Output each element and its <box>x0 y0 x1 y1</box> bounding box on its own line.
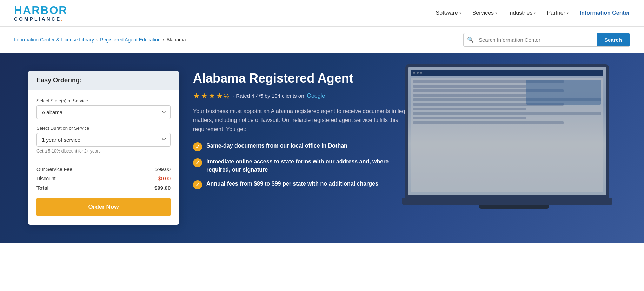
screen-row-8 <box>413 112 601 115</box>
state-select[interactable]: Alabama Alaska Arizona Arkansas Californ… <box>36 105 171 119</box>
order-card-body: Select State(s) of Service Alabama Alask… <box>28 90 179 225</box>
nav-partner[interactable]: Partner ▾ <box>547 10 568 16</box>
search-box: 🔍 Search <box>463 33 630 47</box>
search-icon: 🔍 <box>464 34 477 46</box>
chevron-down-icon: ▾ <box>567 11 569 15</box>
screen-dot <box>413 72 415 74</box>
discount-label: Discount <box>36 176 55 181</box>
laptop-stand <box>479 205 549 209</box>
rating-row: ★★★★½ - Rated 4.4/5 by 104 clients on Go… <box>193 91 411 101</box>
screen-row-2 <box>413 85 526 88</box>
discount-value: -$0.00 <box>157 176 171 181</box>
check-icon-3: ✓ <box>193 180 202 189</box>
logo-compliance: COMPLIANCE. <box>14 17 67 22</box>
check-icon-2: ✓ <box>193 158 202 167</box>
search-button[interactable]: Search <box>597 33 630 46</box>
chevron-down-icon: ▾ <box>534 11 536 15</box>
laptop-screen <box>405 64 609 198</box>
screen-header-bar <box>411 70 603 76</box>
fee-value: $99.00 <box>155 167 171 172</box>
chevron-down-icon: ▾ <box>459 11 461 15</box>
screen-content <box>411 78 603 192</box>
bullet-item-3: ✓ Annual fees from $89 to $99 per state … <box>193 180 411 189</box>
logo[interactable]: HARBOR COMPLIANCE. <box>14 4 67 22</box>
fee-label: Our Service Fee <box>36 167 72 172</box>
screen-block <box>526 80 601 105</box>
divider <box>36 160 171 160</box>
search-input[interactable] <box>477 34 597 46</box>
main-nav: Software ▾ Services ▾ Industries ▾ Partn… <box>436 10 630 16</box>
hero-title: Alabama Registered Agent <box>193 71 411 86</box>
total-label: Total <box>36 185 49 191</box>
nav-industries[interactable]: Industries ▾ <box>508 10 536 16</box>
bullet-text-2: Immediate online access to state forms w… <box>206 158 411 174</box>
bullet-text-3: Annual fees from $89 to $99 per state wi… <box>206 180 378 188</box>
screen-row-9 <box>413 117 526 119</box>
fee-row-service: Our Service Fee $99.00 <box>36 167 171 172</box>
nav-information-center[interactable]: Information Center <box>580 10 630 16</box>
bullet-list: ✓ Same-day documents from our local offi… <box>193 142 411 189</box>
nav-services[interactable]: Services ▾ <box>472 10 497 16</box>
breadcrumb-separator-2: › <box>163 37 164 43</box>
check-icon-1: ✓ <box>193 142 202 151</box>
star-rating: ★★★★½ <box>193 91 230 101</box>
logo-harbor: HARBOR <box>14 4 67 17</box>
hero-content: Alabama Registered Agent ★★★★½ - Rated 4… <box>193 71 411 190</box>
rating-text: - Rated 4.4/5 by 104 clients on <box>233 93 304 99</box>
google-rating-link[interactable]: Google <box>307 93 325 99</box>
breadcrumb: Information Center & License Library › R… <box>14 37 186 43</box>
nav-software[interactable]: Software ▾ <box>436 10 461 16</box>
duration-label: Select Duration of Service <box>36 125 171 131</box>
order-card-header: Easy Ordering: <box>28 71 179 90</box>
discount-note: Get a 5-10% discount for 2+ years. <box>36 149 171 154</box>
duration-select[interactable]: 1 year of service 2 years of service 3 y… <box>36 133 171 147</box>
state-label: Select State(s) of Service <box>36 98 171 103</box>
breadcrumb-separator: › <box>96 37 98 43</box>
bullet-item-1: ✓ Same-day documents from our local offi… <box>193 142 411 151</box>
logo-dot: . <box>61 16 64 22</box>
breadcrumb-current: Alabama <box>166 37 186 43</box>
hero-description: Your business must appoint an Alabama re… <box>193 107 411 134</box>
screen-dot-2 <box>417 72 419 74</box>
laptop-illustration <box>405 64 623 226</box>
bullet-text-1: Same-day documents from our local office… <box>206 142 347 150</box>
screen-row-10 <box>413 121 564 124</box>
breadcrumb-link-registered-agent[interactable]: Registered Agent Education <box>100 37 161 43</box>
fee-row-discount: Discount -$0.00 <box>36 176 171 181</box>
order-card: Easy Ordering: Select State(s) of Servic… <box>28 71 179 225</box>
bullet-item-2: ✓ Immediate online access to state forms… <box>193 158 411 174</box>
screen-row-4 <box>413 94 526 97</box>
order-now-button[interactable]: Order Now <box>36 198 171 216</box>
breadcrumb-link-info-center[interactable]: Information Center & License Library <box>14 37 94 43</box>
laptop-screen-inner <box>408 67 606 195</box>
screen-row-7 <box>413 108 526 110</box>
hero-section: Easy Ordering: Select State(s) of Servic… <box>0 53 644 243</box>
screen-dot-3 <box>420 72 422 74</box>
fee-row-total: Total $99.00 <box>36 185 171 191</box>
total-value: $99.00 <box>154 185 171 191</box>
breadcrumb-bar: Information Center & License Library › R… <box>0 27 644 53</box>
main-header: HARBOR COMPLIANCE. Software ▾ Services ▾… <box>0 0 644 27</box>
chevron-down-icon: ▾ <box>495 11 497 15</box>
laptop-base <box>402 198 612 205</box>
